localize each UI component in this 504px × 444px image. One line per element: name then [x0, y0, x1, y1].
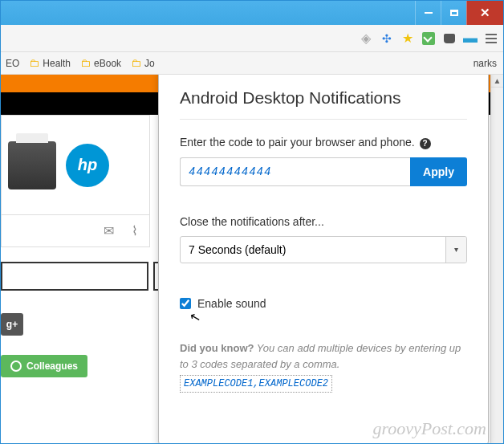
- hamburger-menu-icon[interactable]: [484, 31, 498, 46]
- printer-icon: [8, 141, 56, 189]
- bookmark-star-icon[interactable]: ★: [400, 31, 415, 46]
- vertical-scrollbar[interactable]: ▲: [490, 75, 503, 443]
- action-icon-row: ✉ ⌇: [1, 215, 150, 247]
- help-icon[interactable]: ?: [420, 138, 431, 149]
- example-code: EXAMPLECODE1,EXAMPLECODE2: [180, 375, 332, 393]
- pocket-extension-icon[interactable]: [442, 31, 457, 46]
- bookmark-cut-right: narks: [474, 58, 497, 69]
- did-you-know-text: Did you know? You can add multiple devic…: [180, 340, 467, 393]
- scroll-up-button[interactable]: ▲: [491, 75, 503, 88]
- browser-toolbar: ◈ ✣ ★ ▬: [1, 25, 503, 52]
- google-plus-icon[interactable]: g+: [1, 313, 23, 336]
- folder-icon: 🗀: [131, 57, 141, 69]
- hp-ad-box[interactable]: hp: [1, 115, 150, 215]
- popup-arrow: [441, 75, 457, 76]
- pair-instruction: Enter the code to pair your browser and …: [180, 136, 467, 149]
- share-icon[interactable]: ✣: [380, 31, 394, 46]
- bookmark-folder-health[interactable]: 🗀Health: [29, 57, 71, 69]
- enable-sound-label: Enable sound: [197, 297, 266, 310]
- colleagues-button[interactable]: Colleagues: [1, 355, 87, 377]
- divider: [180, 119, 467, 120]
- popup-title: Android Desktop Notifications: [180, 88, 467, 108]
- site-search-input[interactable]: [1, 262, 148, 291]
- enable-sound-checkbox[interactable]: [180, 298, 191, 309]
- bookmark-folder-ebook[interactable]: 🗀eBook: [80, 57, 121, 69]
- extension-popup: Android Desktop Notifications Enter the …: [158, 75, 489, 443]
- close-after-label: Close the notifications after...: [180, 215, 467, 228]
- apply-button[interactable]: Apply: [410, 157, 467, 186]
- window-minimize-button[interactable]: [415, 1, 441, 25]
- page-content: 🔍 ▲ hp ✉ ⌇ Search g+ Colleagues Android …: [1, 75, 503, 443]
- window-close-button[interactable]: ✕: [466, 1, 503, 25]
- mail-icon[interactable]: ✉: [104, 223, 114, 238]
- shield-icon[interactable]: ◈: [359, 31, 373, 46]
- enable-sound-row[interactable]: Enable sound ↖: [180, 297, 467, 310]
- duration-select[interactable]: 7 Seconds (default): [180, 236, 467, 263]
- folder-icon: 🗀: [80, 57, 91, 69]
- bookmark-folder-jo[interactable]: 🗀Jo: [131, 57, 155, 69]
- pair-code-input[interactable]: [180, 157, 410, 186]
- cursor-icon: ↖: [188, 309, 201, 327]
- circle-icon: [10, 360, 22, 372]
- window-maximize-button[interactable]: [441, 1, 466, 25]
- bookmark-cut-left: EO: [6, 58, 19, 69]
- rss-icon[interactable]: ⌇: [132, 223, 138, 238]
- folder-icon: 🗀: [29, 57, 39, 69]
- bookmarks-bar: EO 🗀Health 🗀eBook 🗀Jo narks: [1, 52, 503, 75]
- evernote-extension-icon[interactable]: [421, 31, 436, 46]
- notification-extension-icon[interactable]: ▬: [463, 31, 478, 46]
- hp-logo: hp: [66, 144, 109, 187]
- window-titlebar: ✕: [1, 1, 503, 25]
